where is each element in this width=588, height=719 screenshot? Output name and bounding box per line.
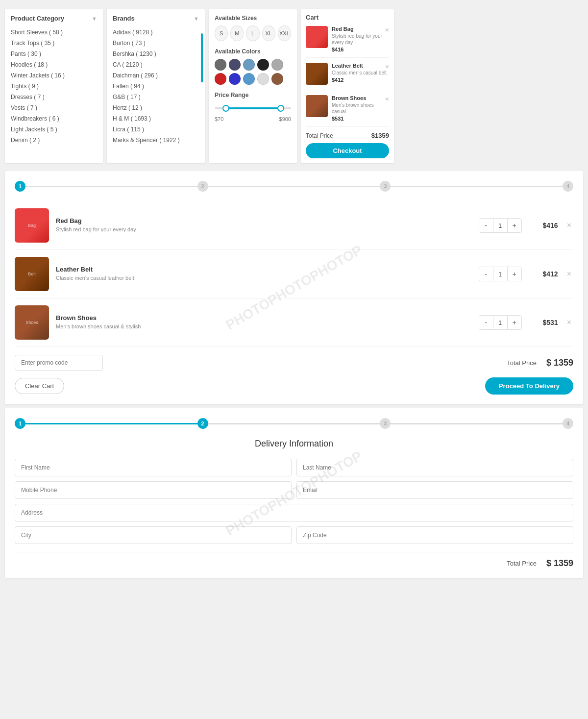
- product-remove-1[interactable]: ×: [565, 219, 573, 232]
- attributes-panel: Available Sizes SMLXLXXL Available Color…: [209, 9, 297, 163]
- category-item[interactable]: Hoodies ( 18 ): [11, 59, 97, 70]
- qty-value-2: 1: [493, 267, 508, 281]
- category-item[interactable]: Track Tops ( 35 ): [11, 38, 97, 49]
- brand-item[interactable]: Marks & Spencer ( 1922 ): [113, 135, 199, 146]
- color-swatch[interactable]: [243, 59, 255, 71]
- last-name-input[interactable]: [296, 459, 573, 476]
- delivery-section: PHOTOPHOTOPHOTOP 1 2 3 4 Delivery Inform…: [5, 408, 583, 578]
- email-input[interactable]: [296, 481, 573, 499]
- cart-item-desc-3: Men's brown shoes casual: [332, 102, 389, 115]
- cart-bottom-row: Total Price $ 1359: [15, 355, 573, 371]
- color-swatch[interactable]: [271, 73, 283, 85]
- cart-item-desc-1: Stylish red bag for your every day: [332, 33, 389, 46]
- qty-increase-3[interactable]: +: [508, 316, 521, 329]
- name-row: [15, 459, 573, 476]
- qty-decrease-3[interactable]: -: [479, 316, 493, 329]
- cart-item-name-2: Leather Belt: [332, 63, 389, 69]
- color-swatch[interactable]: [271, 59, 283, 71]
- cart-item-price-1: $416: [332, 47, 389, 52]
- city-input[interactable]: [15, 526, 292, 544]
- slider-thumb-min[interactable]: [222, 105, 229, 112]
- delivery-form: [15, 459, 573, 544]
- qty-increase-1[interactable]: +: [508, 219, 521, 232]
- brand-item[interactable]: Adidas ( 9128 ): [113, 27, 199, 38]
- qty-decrease-1[interactable]: -: [479, 219, 493, 232]
- product-details-2: Leather Belt Classic men's casual leathe…: [56, 266, 472, 282]
- slider-thumb-max[interactable]: [277, 105, 284, 112]
- category-item[interactable]: Short Sleeves ( 58 ): [11, 27, 97, 38]
- size-button[interactable]: M: [230, 25, 244, 41]
- brand-item[interactable]: Fallen ( 94 ): [113, 81, 199, 92]
- brand-item[interactable]: Licra ( 115 ): [113, 124, 199, 135]
- category-item[interactable]: Windbreakers ( 6 ): [11, 113, 97, 124]
- color-swatch[interactable]: [229, 73, 241, 85]
- color-swatch[interactable]: [257, 73, 269, 85]
- brand-item[interactable]: H & M ( 1693 ): [113, 113, 199, 124]
- cart-item-remove-3[interactable]: ×: [385, 95, 389, 103]
- cart-sidebar-item-3: Brown Shoes Men's brown shoes casual $53…: [306, 95, 389, 127]
- cart-product-row-1: Bag Red Bag Stylish red bag for your eve…: [15, 201, 573, 250]
- cart-panel-title: Cart: [306, 14, 389, 21]
- cart-item-remove-1[interactable]: ×: [385, 26, 389, 34]
- zip-code-input[interactable]: [296, 526, 573, 544]
- cart-product-row-2: Belt Leather Belt Classic men's casual l…: [15, 250, 573, 298]
- brand-item[interactable]: Burton ( 73 ): [113, 38, 199, 49]
- mobile-phone-input[interactable]: [15, 481, 292, 499]
- cart-item-remove-2[interactable]: ×: [385, 63, 389, 71]
- delivery-step-1: 1: [15, 418, 25, 429]
- color-swatch[interactable]: [243, 73, 255, 85]
- product-img-shoes: Shoes: [15, 305, 49, 340]
- category-item[interactable]: Dresses ( 7 ): [11, 92, 97, 102]
- step-1: 1: [15, 181, 25, 192]
- qty-value-1: 1: [493, 219, 508, 232]
- category-item[interactable]: Winter Jackets ( 16 ): [11, 70, 97, 81]
- product-remove-3[interactable]: ×: [565, 316, 573, 329]
- color-swatch[interactable]: [229, 59, 241, 71]
- qty-increase-2[interactable]: +: [508, 267, 521, 281]
- color-swatch[interactable]: [257, 59, 269, 71]
- size-button[interactable]: XXL: [278, 25, 291, 41]
- qty-decrease-2[interactable]: -: [479, 267, 493, 281]
- brand-item[interactable]: Hertz ( 12 ): [113, 102, 199, 113]
- step-4: 4: [563, 181, 573, 192]
- cart-item-info-3: Brown Shoes Men's brown shoes casual $53…: [332, 95, 389, 122]
- clear-cart-button[interactable]: Clear Cart: [15, 378, 64, 394]
- size-button[interactable]: S: [215, 25, 228, 41]
- delivery-step-3: 3: [380, 418, 391, 429]
- brands-title: Brands: [113, 15, 135, 22]
- brand-item[interactable]: CA ( 2120 ): [113, 59, 199, 70]
- price-slider[interactable]: [215, 103, 291, 113]
- address-input[interactable]: [15, 504, 573, 521]
- delivery-step-line-1-2: [25, 423, 197, 424]
- color-swatch[interactable]: [215, 59, 226, 71]
- size-buttons: SMLXLXXL: [215, 25, 291, 41]
- category-item[interactable]: Light Jackets ( 5 ): [11, 124, 97, 135]
- product-price-3: $531: [529, 319, 558, 326]
- step-line-2-3: [208, 186, 380, 187]
- color-swatches: [215, 59, 291, 85]
- category-item[interactable]: Denim ( 2 ): [11, 135, 97, 146]
- cart-panel: Cart Red Bag Stylish red bag for your ev…: [301, 9, 394, 163]
- first-name-input[interactable]: [15, 459, 292, 476]
- category-item[interactable]: Tights ( 9 ): [11, 81, 97, 92]
- cart-sidebar-item-2: Leather Belt Classic men's casual belt $…: [306, 63, 389, 90]
- category-item[interactable]: Vests ( 7 ): [11, 102, 97, 113]
- brand-item[interactable]: G&B ( 17 ): [113, 92, 199, 102]
- category-item[interactable]: Pants ( 30 ): [11, 49, 97, 59]
- qty-controls-3: - 1 +: [479, 315, 522, 330]
- price-range-section: Price Range $70 $900: [215, 92, 291, 122]
- proceed-to-delivery-button[interactable]: Proceed To Delivery: [485, 377, 573, 395]
- product-remove-2[interactable]: ×: [565, 268, 573, 280]
- product-category-header[interactable]: Product Category ▼: [11, 15, 97, 22]
- cart-sidebar-item-1: Red Bag Stylish red bag for your every d…: [306, 26, 389, 58]
- brand-item[interactable]: Daichman ( 296 ): [113, 70, 199, 81]
- delivery-title: Delivery Information: [15, 439, 573, 449]
- brands-header[interactable]: Brands ▼: [113, 15, 199, 22]
- promo-code-input[interactable]: [15, 355, 103, 371]
- brand-item[interactable]: Bershka ( 1230 ): [113, 49, 199, 59]
- product-name-1: Red Bag: [56, 217, 472, 224]
- color-swatch[interactable]: [215, 73, 226, 85]
- size-button[interactable]: XL: [262, 25, 275, 41]
- checkout-button[interactable]: Checkout: [306, 143, 389, 158]
- size-button[interactable]: L: [246, 25, 259, 41]
